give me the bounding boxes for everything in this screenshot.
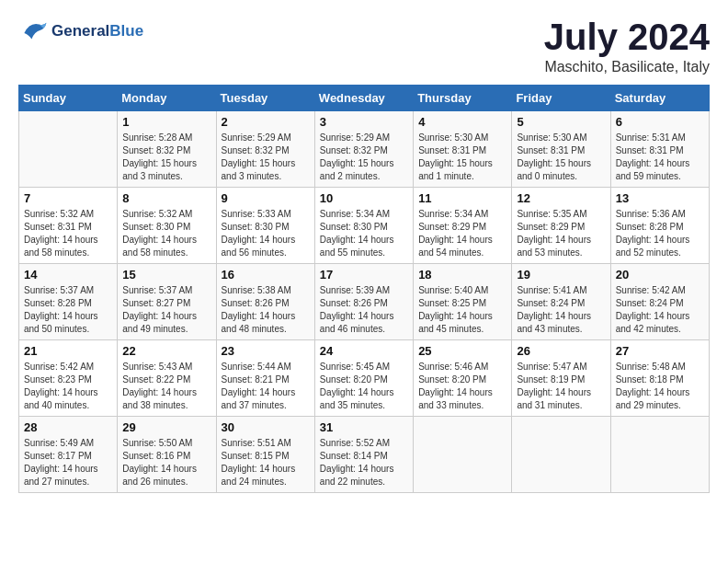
day-info: Sunrise: 5:42 AM Sunset: 8:24 PM Dayligh… (616, 284, 704, 336)
day-info: Sunrise: 5:51 AM Sunset: 8:15 PM Dayligh… (222, 437, 310, 488)
day-info: Sunrise: 5:49 AM Sunset: 8:17 PM Dayligh… (24, 437, 112, 488)
day-number: 8 (122, 191, 210, 205)
calendar-cell: 2Sunrise: 5:29 AM Sunset: 8:32 PM Daylig… (216, 111, 314, 188)
day-number: 22 (122, 344, 210, 358)
calendar-cell: 1Sunrise: 5:28 AM Sunset: 8:32 PM Daylig… (118, 111, 216, 188)
header-wednesday: Wednesday (314, 86, 413, 111)
calendar-cell: 19Sunrise: 5:41 AM Sunset: 8:24 PM Dayli… (512, 264, 610, 340)
day-number: 1 (122, 115, 210, 129)
day-info: Sunrise: 5:45 AM Sunset: 8:20 PM Dayligh… (320, 361, 408, 412)
calendar-cell: 21Sunrise: 5:42 AM Sunset: 8:23 PM Dayli… (19, 340, 118, 417)
day-info: Sunrise: 5:36 AM Sunset: 8:28 PM Dayligh… (616, 208, 704, 259)
day-info: Sunrise: 5:43 AM Sunset: 8:22 PM Dayligh… (122, 361, 210, 412)
calendar-header-row: SundayMondayTuesdayWednesdayThursdayFrid… (19, 86, 710, 111)
day-info: Sunrise: 5:33 AM Sunset: 8:30 PM Dayligh… (222, 208, 310, 259)
header-thursday: Thursday (414, 86, 512, 111)
day-info: Sunrise: 5:40 AM Sunset: 8:25 PM Dayligh… (418, 284, 506, 336)
calendar-cell: 14Sunrise: 5:37 AM Sunset: 8:28 PM Dayli… (19, 264, 118, 340)
calendar-cell (610, 417, 709, 493)
calendar-cell: 5Sunrise: 5:30 AM Sunset: 8:31 PM Daylig… (512, 111, 610, 188)
day-info: Sunrise: 5:34 AM Sunset: 8:29 PM Dayligh… (418, 208, 506, 259)
calendar-cell: 17Sunrise: 5:39 AM Sunset: 8:26 PM Dayli… (314, 264, 413, 340)
day-number: 5 (517, 115, 605, 129)
calendar-cell: 30Sunrise: 5:51 AM Sunset: 8:15 PM Dayli… (216, 417, 314, 493)
day-number: 16 (222, 268, 310, 282)
calendar-table: SundayMondayTuesdayWednesdayThursdayFrid… (18, 85, 710, 493)
day-number: 28 (24, 420, 112, 434)
calendar-cell: 13Sunrise: 5:36 AM Sunset: 8:28 PM Dayli… (610, 188, 709, 264)
day-info: Sunrise: 5:29 AM Sunset: 8:32 PM Dayligh… (320, 132, 408, 183)
calendar-cell: 11Sunrise: 5:34 AM Sunset: 8:29 PM Dayli… (414, 188, 512, 264)
calendar-cell: 15Sunrise: 5:37 AM Sunset: 8:27 PM Dayli… (118, 264, 216, 340)
calendar-cell: 25Sunrise: 5:46 AM Sunset: 8:20 PM Dayli… (414, 340, 512, 417)
day-info: Sunrise: 5:39 AM Sunset: 8:26 PM Dayligh… (320, 284, 408, 336)
day-info: Sunrise: 5:46 AM Sunset: 8:20 PM Dayligh… (418, 361, 506, 412)
day-info: Sunrise: 5:30 AM Sunset: 8:31 PM Dayligh… (517, 132, 605, 183)
calendar-cell: 26Sunrise: 5:47 AM Sunset: 8:19 PM Dayli… (512, 340, 610, 417)
logo-text: GeneralBlue (51, 22, 143, 40)
header-sunday: Sunday (19, 86, 118, 111)
day-info: Sunrise: 5:42 AM Sunset: 8:23 PM Dayligh… (24, 361, 112, 412)
day-info: Sunrise: 5:48 AM Sunset: 8:18 PM Dayligh… (616, 361, 704, 412)
calendar-week-2: 7Sunrise: 5:32 AM Sunset: 8:31 PM Daylig… (19, 188, 710, 264)
day-number: 29 (122, 420, 210, 434)
day-number: 6 (616, 115, 704, 129)
page-header: GeneralBlue July 2024 Maschito, Basilica… (18, 18, 710, 75)
header-tuesday: Tuesday (216, 86, 314, 111)
day-info: Sunrise: 5:32 AM Sunset: 8:31 PM Dayligh… (24, 208, 112, 259)
calendar-cell: 16Sunrise: 5:38 AM Sunset: 8:26 PM Dayli… (216, 264, 314, 340)
day-info: Sunrise: 5:35 AM Sunset: 8:29 PM Dayligh… (517, 208, 605, 259)
calendar-cell: 27Sunrise: 5:48 AM Sunset: 8:18 PM Dayli… (610, 340, 709, 417)
day-number: 15 (122, 268, 210, 282)
calendar-week-1: 1Sunrise: 5:28 AM Sunset: 8:32 PM Daylig… (19, 111, 710, 188)
day-info: Sunrise: 5:47 AM Sunset: 8:19 PM Dayligh… (517, 361, 605, 412)
calendar-cell: 12Sunrise: 5:35 AM Sunset: 8:29 PM Dayli… (512, 188, 610, 264)
day-number: 3 (320, 115, 408, 129)
day-number: 14 (24, 268, 112, 282)
month-title: July 2024 (544, 18, 710, 55)
day-info: Sunrise: 5:38 AM Sunset: 8:26 PM Dayligh… (222, 284, 310, 336)
header-friday: Friday (512, 86, 610, 111)
day-info: Sunrise: 5:29 AM Sunset: 8:32 PM Dayligh… (222, 132, 310, 183)
day-number: 10 (320, 191, 408, 205)
day-number: 9 (222, 191, 310, 205)
day-info: Sunrise: 5:52 AM Sunset: 8:14 PM Dayligh… (320, 437, 408, 488)
calendar-cell (19, 111, 118, 188)
calendar-cell: 23Sunrise: 5:44 AM Sunset: 8:21 PM Dayli… (216, 340, 314, 417)
day-number: 19 (517, 268, 605, 282)
header-monday: Monday (118, 86, 216, 111)
day-info: Sunrise: 5:44 AM Sunset: 8:21 PM Dayligh… (222, 361, 310, 412)
day-info: Sunrise: 5:28 AM Sunset: 8:32 PM Dayligh… (122, 132, 210, 183)
calendar-cell: 22Sunrise: 5:43 AM Sunset: 8:22 PM Dayli… (118, 340, 216, 417)
day-number: 13 (616, 191, 704, 205)
calendar-cell: 31Sunrise: 5:52 AM Sunset: 8:14 PM Dayli… (314, 417, 413, 493)
calendar-cell: 3Sunrise: 5:29 AM Sunset: 8:32 PM Daylig… (314, 111, 413, 188)
day-number: 21 (24, 344, 112, 358)
day-number: 31 (320, 420, 408, 434)
day-info: Sunrise: 5:34 AM Sunset: 8:30 PM Dayligh… (320, 208, 408, 259)
calendar-cell: 24Sunrise: 5:45 AM Sunset: 8:20 PM Dayli… (314, 340, 413, 417)
calendar-cell: 20Sunrise: 5:42 AM Sunset: 8:24 PM Dayli… (610, 264, 709, 340)
day-info: Sunrise: 5:32 AM Sunset: 8:30 PM Dayligh… (122, 208, 210, 259)
day-number: 11 (418, 191, 506, 205)
day-info: Sunrise: 5:41 AM Sunset: 8:24 PM Dayligh… (517, 284, 605, 336)
calendar-cell: 18Sunrise: 5:40 AM Sunset: 8:25 PM Dayli… (414, 264, 512, 340)
day-number: 27 (616, 344, 704, 358)
calendar-cell: 10Sunrise: 5:34 AM Sunset: 8:30 PM Dayli… (314, 188, 413, 264)
calendar-cell: 9Sunrise: 5:33 AM Sunset: 8:30 PM Daylig… (216, 188, 314, 264)
calendar-week-5: 28Sunrise: 5:49 AM Sunset: 8:17 PM Dayli… (19, 417, 710, 493)
logo-icon (18, 18, 48, 44)
calendar-week-4: 21Sunrise: 5:42 AM Sunset: 8:23 PM Dayli… (19, 340, 710, 417)
calendar-cell: 7Sunrise: 5:32 AM Sunset: 8:31 PM Daylig… (19, 188, 118, 264)
title-block: July 2024 Maschito, Basilicate, Italy (544, 18, 710, 75)
calendar-week-3: 14Sunrise: 5:37 AM Sunset: 8:28 PM Dayli… (19, 264, 710, 340)
day-info: Sunrise: 5:50 AM Sunset: 8:16 PM Dayligh… (122, 437, 210, 488)
logo: GeneralBlue (18, 18, 143, 44)
calendar-cell: 8Sunrise: 5:32 AM Sunset: 8:30 PM Daylig… (118, 188, 216, 264)
calendar-cell (512, 417, 610, 493)
day-number: 17 (320, 268, 408, 282)
day-number: 20 (616, 268, 704, 282)
calendar-cell: 4Sunrise: 5:30 AM Sunset: 8:31 PM Daylig… (414, 111, 512, 188)
day-number: 4 (418, 115, 506, 129)
location-subtitle: Maschito, Basilicate, Italy (544, 59, 710, 75)
